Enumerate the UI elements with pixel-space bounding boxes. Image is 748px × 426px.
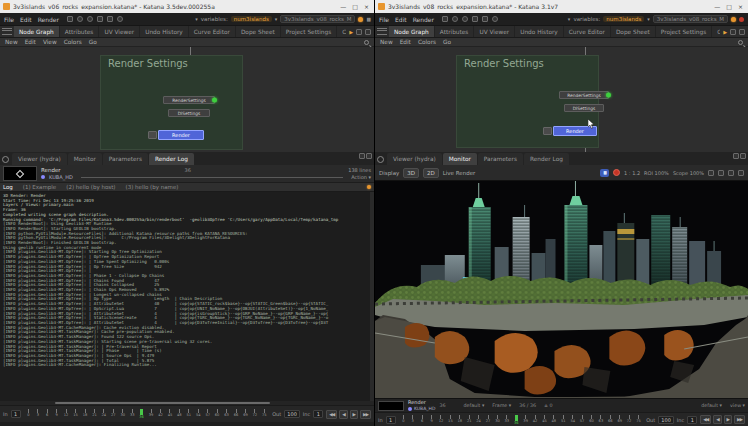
timeline-tick[interactable]: 0: [24, 409, 33, 418]
timeline-tick[interactable]: 63: [596, 415, 605, 424]
main-tab[interactable]: Undo History: [515, 26, 564, 37]
monitor-status-field[interactable]: 36 / 36: [519, 403, 536, 408]
monitor-status-field[interactable]: view ▾: [730, 403, 745, 408]
pane-tab[interactable]: Monitor: [68, 153, 102, 165]
crosshair-icon[interactable]: [718, 170, 724, 176]
pane-tab[interactable]: Parameters: [478, 153, 523, 165]
inc-field[interactable]: 1: [687, 416, 697, 424]
monitor-status-field[interactable]: default ▾: [701, 403, 722, 408]
maximize-button[interactable]: □: [726, 0, 732, 13]
menu-item[interactable]: Render: [413, 16, 434, 23]
timeline-tick[interactable]: 12: [436, 415, 445, 424]
step-back-button[interactable]: ◀: [339, 410, 347, 419]
timeline-tick[interactable]: 69: [615, 415, 624, 424]
nodegraph-menu-item[interactable]: Go: [89, 39, 97, 45]
nodegraph-menu-item[interactable]: Colors: [418, 39, 436, 45]
link-icon[interactable]: [482, 16, 488, 22]
timeline-tick[interactable]: 45: [165, 409, 174, 418]
main-tab[interactable]: Node Graph: [14, 26, 60, 37]
help-icon[interactable]: [492, 16, 498, 22]
timeline-tick[interactable]: 54: [194, 409, 203, 418]
timeline-tick[interactable]: 24: [474, 415, 483, 424]
timeline-tick[interactable]: 9: [427, 415, 436, 424]
menu-item[interactable]: Edit: [20, 16, 32, 23]
timeline-tick[interactable]: 72: [250, 409, 259, 418]
roi-field[interactable]: ROI 100%: [644, 170, 669, 176]
hamburger-menu-icon[interactable]: [2, 28, 12, 35]
monitor-status-field[interactable]: default ▾: [464, 403, 485, 408]
node-rendersettings[interactable]: RenderSettings: [559, 91, 609, 99]
gear-icon[interactable]: [77, 16, 83, 22]
main-tab[interactable]: Catalog: [712, 26, 720, 37]
horizontal-scrollbar[interactable]: [0, 401, 374, 405]
node-graph-canvas[interactable]: Render Settings RenderSettings DlSetting…: [0, 47, 374, 152]
scene-name-field[interactable]: 3v3islands_v08_rocks_M: [653, 15, 728, 23]
close-button[interactable]: ×: [738, 0, 743, 13]
hamburger-menu-icon[interactable]: [377, 28, 387, 35]
timeline-tick[interactable]: 42: [156, 409, 165, 418]
in-frame-field[interactable]: 1: [386, 416, 396, 424]
node-dlsettings[interactable]: DlSettings: [564, 104, 604, 112]
pause-render-button[interactable]: ▮▮: [600, 169, 609, 177]
search-icon[interactable]: [462, 16, 468, 22]
timeline-tick[interactable]: 54: [568, 415, 577, 424]
timeline-tick[interactable]: 15: [71, 409, 80, 418]
node-render-chip-icon[interactable]: [148, 131, 157, 139]
pane-options-icon[interactable]: [733, 153, 739, 159]
pane-tab[interactable]: Viewer (hydra): [12, 153, 67, 165]
render-viewport[interactable]: [375, 181, 748, 398]
nodegraph-menu-item[interactable]: New: [5, 39, 18, 45]
close-button[interactable]: ×: [364, 0, 369, 13]
nodegraph-menu-item[interactable]: View: [43, 39, 57, 45]
timeline-tick[interactable]: 57: [203, 409, 212, 418]
view-led-icon[interactable]: [212, 98, 217, 103]
timeline-tick[interactable]: 0: [399, 415, 408, 424]
rewind-button[interactable]: ◀◀: [326, 410, 337, 419]
pane-tab[interactable]: Monitor: [443, 153, 477, 165]
minimize-button[interactable]: —: [714, 0, 720, 13]
step-forward-button[interactable]: ▶: [350, 410, 358, 419]
pane-split-icon[interactable]: [365, 29, 371, 35]
scene-name-field[interactable]: 3v3islands_v08_rocks_M: [280, 15, 355, 23]
mode-3d-button[interactable]: 3D: [403, 168, 419, 178]
titlebar[interactable]: 3v3islands_v06_rocks_expansion.katana* -…: [0, 0, 374, 13]
out-frame-field[interactable]: 100: [658, 416, 674, 424]
main-tab[interactable]: Dope Sheet: [236, 26, 281, 37]
nodegraph-menu-item[interactable]: Colors: [64, 39, 82, 45]
gear-icon[interactable]: [452, 16, 458, 22]
main-tab[interactable]: Catalog: [337, 26, 346, 37]
timeline-tick[interactable]: 60: [212, 409, 221, 418]
timeline-tick[interactable]: 66: [231, 409, 240, 418]
layout-icon[interactable]: [730, 29, 736, 35]
chevron-down-icon[interactable]: ▾: [275, 16, 278, 22]
nodegraph-menu-item[interactable]: New: [380, 39, 393, 45]
main-tab[interactable]: Curve Editor: [189, 26, 236, 37]
out-frame-field[interactable]: 100: [284, 410, 300, 418]
timeline-tick[interactable]: 72: [624, 415, 633, 424]
pane-split-icon[interactable]: [739, 29, 745, 35]
titlebar[interactable]: 3v3islands_v08_rocks_expansion.katana* -…: [375, 0, 748, 13]
menu-item[interactable]: Edit: [395, 16, 407, 23]
timeline-tick[interactable]: 69: [241, 409, 250, 418]
grid-icon[interactable]: [728, 170, 734, 176]
timeline-tick[interactable]: 6: [417, 415, 426, 424]
scope-field[interactable]: Scope 100%: [673, 170, 704, 176]
log-filter-tab[interactable]: (1) Example: [23, 184, 56, 190]
pane-tab[interactable]: Parameters: [103, 153, 148, 165]
minimize-button[interactable]: —: [340, 0, 346, 13]
pointer-icon[interactable]: [708, 170, 714, 176]
step-back-button[interactable]: ◀: [713, 415, 721, 424]
main-tab[interactable]: Attributes: [60, 26, 100, 37]
timeline-tick[interactable]: 75: [260, 409, 269, 418]
timeline-tick[interactable]: 9: [52, 409, 61, 418]
pane-gear-icon[interactable]: [2, 156, 9, 163]
render-scrub-bar[interactable]: [81, 177, 343, 178]
timeline-tick[interactable]: 24: [99, 409, 108, 418]
pane-float-icon[interactable]: [740, 153, 746, 159]
timeline-tick[interactable]: 39: [146, 409, 155, 418]
chevron-down-icon[interactable]: ▾: [195, 16, 198, 22]
timeline-tick[interactable]: 39: [521, 415, 530, 424]
maximize-button[interactable]: □: [352, 0, 358, 13]
monitor-status-field[interactable]: Frame ▾: [492, 403, 511, 408]
scrollbar-thumb[interactable]: [55, 402, 270, 404]
